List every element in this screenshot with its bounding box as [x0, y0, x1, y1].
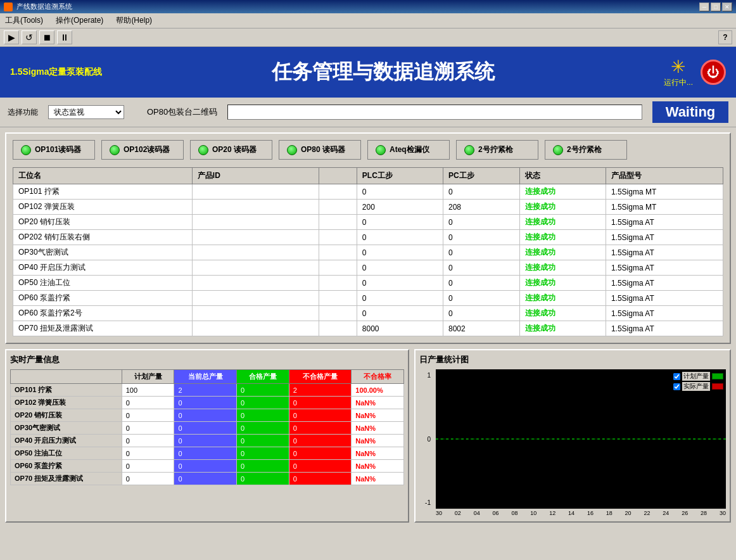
reader-ateq-label: Ateq检漏仪: [390, 144, 429, 155]
menu-operate[interactable]: 操作(Operate): [53, 15, 106, 27]
pc-step: 8002: [443, 321, 519, 336]
x-label-7: 12: [549, 510, 555, 516]
led-op102: [110, 145, 120, 155]
pc-step: 0: [443, 276, 519, 291]
power-button[interactable]: ⏻: [701, 60, 726, 85]
prod-fail: 0: [289, 473, 352, 485]
func-input[interactable]: [227, 105, 642, 120]
help-button[interactable]: ?: [718, 30, 732, 44]
led-gun1: [464, 145, 474, 155]
prod-rate: NaN%: [352, 473, 404, 485]
reader-op102-label: OP102读码器: [124, 144, 170, 155]
empty-col: [319, 291, 357, 306]
prod-fail: 2: [289, 384, 352, 397]
menu-help[interactable]: 帮助(Help): [113, 15, 155, 27]
chart-y-top: 1: [421, 372, 431, 379]
toolbar-play[interactable]: ▶: [4, 30, 19, 44]
led-op20: [198, 145, 208, 155]
toolbar-pause[interactable]: ⏸: [57, 30, 72, 44]
station-name: OP202 销钉压装右侧: [13, 230, 193, 245]
legend-actual-label: 实际产量: [682, 382, 710, 391]
x-label-14: 26: [682, 510, 688, 516]
station-name: OP40 开启压力测试: [13, 260, 193, 276]
prod-rate: NaN%: [352, 409, 404, 422]
reader-ateq: Ateq检漏仪: [367, 140, 450, 160]
status-cell: 连接成功: [519, 321, 606, 336]
model-cell: 1.5Sigma AT: [606, 215, 723, 230]
model-cell: 1.5Sigma MT: [606, 184, 723, 200]
prod-rate: 100.00%: [352, 384, 404, 397]
empty-col: [319, 306, 357, 321]
maximize-button[interactable]: □: [711, 3, 721, 11]
func-select[interactable]: 状态监视: [48, 105, 124, 119]
station-name: OP20 销钉压装: [13, 215, 193, 230]
toolbar-stop[interactable]: ⏹: [39, 30, 54, 44]
th-model: 产品型号: [606, 168, 723, 184]
title-bar: 产线数据追溯系统 ─ □ ✕: [0, 0, 736, 13]
station-name: OP102 弹簧压装: [13, 200, 193, 215]
legend-planned-checkbox[interactable]: [673, 373, 680, 380]
prod-pass: 0: [237, 473, 289, 485]
plc-step: 200: [357, 200, 443, 215]
table-row: OP30气密测试 0 0 连接成功 1.5Sigma AT: [13, 245, 723, 260]
product-id: [192, 184, 319, 200]
pc-step: 0: [443, 230, 519, 245]
prod-th-station: [11, 370, 122, 384]
prod-panel: 实时产量信息 计划产量 当前总产量 合格产量 不合格产量 不合格率 OP101 …: [5, 349, 409, 523]
prod-th-planned: 计划产量: [122, 370, 174, 384]
app-subtitle: 1.5Sigma定量泵装配线: [10, 67, 102, 78]
prod-total: 0: [174, 460, 237, 473]
close-button[interactable]: ✕: [722, 3, 732, 11]
x-label-16: 30: [720, 510, 726, 516]
toolbar: ▶ ↺ ⏹ ⏸ ?: [0, 29, 736, 47]
toolbar-refresh[interactable]: ↺: [22, 30, 37, 44]
station-name: OP60 泵盖拧紧2号: [13, 306, 193, 321]
prod-pass: 0: [237, 422, 289, 435]
app-icon: [4, 3, 13, 11]
prod-row: OP70 扭矩及泄露测试 0 0 0 0 NaN%: [11, 473, 404, 485]
th-status: 状态: [519, 168, 606, 184]
legend-planned: 计划产量: [673, 372, 723, 381]
legend-actual: 实际产量: [673, 382, 723, 391]
minimize-button[interactable]: ─: [699, 3, 709, 11]
table-row: OP40 开启压力测试 0 0 连接成功 1.5Sigma AT: [13, 260, 723, 276]
status-panel: OP101读码器 OP102读码器 OP20 读码器 OP80 读码器 Ateq…: [5, 132, 731, 344]
prod-fail: 0: [289, 460, 352, 473]
main-content: OP101读码器 OP102读码器 OP20 读码器 OP80 读码器 Ateq…: [0, 127, 736, 528]
product-id: [192, 276, 319, 291]
pc-step: 0: [443, 184, 519, 200]
status-cell: 连接成功: [519, 245, 606, 260]
reader-gun1-label: 2号拧紧枪: [478, 144, 513, 155]
legend-actual-checkbox[interactable]: [673, 383, 680, 390]
plc-step: 0: [357, 306, 443, 321]
prod-rate: NaN%: [352, 447, 404, 460]
station-name: OP50 注油工位: [13, 276, 193, 291]
prod-table: 计划产量 当前总产量 合格产量 不合格产量 不合格率 OP101 拧紧 100 …: [10, 369, 404, 485]
chart-area: 计划产量 实际产量: [436, 369, 726, 509]
table-row: OP60 泵盖拧紧 0 0 连接成功 1.5Sigma AT: [13, 291, 723, 306]
prod-planned: 0: [122, 397, 174, 409]
model-cell: 1.5Sigma AT: [606, 230, 723, 245]
status-cell: 连接成功: [519, 200, 606, 215]
empty-col: [319, 215, 357, 230]
prod-total: 0: [174, 473, 237, 485]
reader-op101: OP101读码器: [13, 140, 95, 160]
reader-op101-label: OP101读码器: [35, 144, 81, 155]
table-row: OP70 扭矩及泄露测试 8000 8002 连接成功 1.5Sigma AT: [13, 321, 723, 336]
x-label-6: 10: [530, 510, 536, 516]
chart-y-bot: -1: [421, 499, 431, 506]
plc-step: 0: [357, 245, 443, 260]
chart-panel: 日产量统计图 1 0 -1: [414, 349, 731, 523]
prod-pass: 0: [237, 397, 289, 409]
menu-tools[interactable]: 工具(Tools): [3, 15, 46, 27]
table-row: OP20 销钉压装 0 0 连接成功 1.5Sigma AT: [13, 215, 723, 230]
prod-planned: 0: [122, 435, 174, 447]
waiting-badge: Waiting: [652, 101, 728, 123]
chart-x-axis: 30 02 04 06 08 10 12 14 16 18 20 22 24 2…: [436, 509, 726, 518]
empty-col: [319, 245, 357, 260]
menu-bar: 工具(Tools) 操作(Operate) 帮助(Help): [0, 13, 736, 29]
chart-y-mid: 0: [421, 436, 431, 443]
station-table: 工位名 产品ID PLC工步 PC工步 状态 产品型号 OP101 拧紧 0 0…: [13, 167, 723, 336]
prod-th-rate: 不合格率: [352, 370, 404, 384]
station-name: OP70 扭矩及泄露测试: [13, 321, 193, 336]
